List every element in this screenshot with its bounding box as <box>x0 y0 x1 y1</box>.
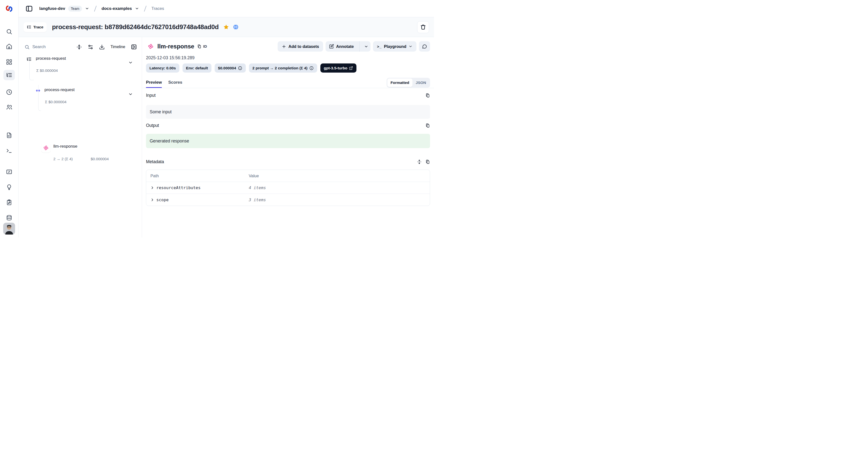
observation-badges: Latency: 0.00s Env: default $0.000004 2 … <box>146 63 430 72</box>
nav-search-button[interactable] <box>3 26 15 37</box>
metadata-row-resourceAttributes[interactable]: resourceAttributes 4 items <box>146 182 430 194</box>
tab-scores[interactable]: Scores <box>168 77 182 88</box>
cost-badge[interactable]: $0.000004 <box>215 63 246 72</box>
search-icon <box>25 44 30 50</box>
user-avatar[interactable] <box>3 223 15 234</box>
left-nav-rail <box>0 0 19 238</box>
list-tree-icon <box>6 72 12 78</box>
metadata-key: resourceAttributes <box>156 185 200 190</box>
dashboard-grid-icon <box>6 59 12 65</box>
expand-metadata-button[interactable] <box>417 159 422 164</box>
external-link-icon <box>349 66 353 70</box>
fold-vertical-icon[interactable] <box>76 44 82 50</box>
tree-panel-toolbar: Timeline <box>19 41 142 52</box>
copy-output-button[interactable] <box>425 123 430 128</box>
tree-search-input[interactable] <box>32 44 60 50</box>
metadata-table-header: Path Value <box>146 170 430 182</box>
nav-sessions-button[interactable] <box>3 87 15 97</box>
nav-datasets-button[interactable] <box>3 213 15 223</box>
top-bar: langfuse-dev Team docs-examples Traces <box>19 0 434 17</box>
download-icon[interactable] <box>99 44 105 50</box>
sidebar-toggle-icon[interactable] <box>26 5 33 12</box>
generation-sparkle-icon <box>148 43 154 50</box>
chevron-down-icon[interactable] <box>135 6 139 11</box>
annotate-dropdown-button[interactable] <box>362 41 371 52</box>
langfuse-app: langfuse-dev Team docs-examples Traces T… <box>0 0 434 238</box>
nav-dashboards-button[interactable] <box>3 57 15 67</box>
nav-insights-button[interactable] <box>3 182 15 192</box>
copy-metadata-button[interactable] <box>425 159 430 164</box>
public-globe-icon[interactable] <box>233 24 239 30</box>
nav-home-button[interactable] <box>3 41 15 52</box>
observation-title: llm-response <box>157 43 194 50</box>
token-usage-badge[interactable]: 2 prompt → 2 completion (Σ 4) <box>249 63 317 72</box>
metadata-row-scope[interactable]: scope 3 items <box>146 194 430 205</box>
unfold-vertical-icon <box>417 159 422 164</box>
metadata-value: 3 items <box>249 197 266 202</box>
latency-badge: Latency: 0.00s <box>146 63 179 72</box>
display-settings-icon[interactable] <box>88 44 93 50</box>
format-toggle: Formatted JSON <box>386 78 430 88</box>
nav-users-button[interactable] <box>3 102 15 112</box>
metadata-table: Path Value resourceAttributes 4 items sc… <box>146 169 430 206</box>
timeline-toggle[interactable]: Timeline <box>111 45 125 49</box>
copy-icon <box>425 159 430 164</box>
bookmark-star-icon[interactable] <box>223 24 229 30</box>
panel-collapse-icon[interactable] <box>131 44 137 50</box>
comments-button[interactable] <box>419 41 430 52</box>
metadata-section-header: Metadata <box>146 158 430 165</box>
chevron-down-icon <box>364 44 368 49</box>
add-to-datasets-label: Add to datasets <box>288 44 319 49</box>
nav-annotation-button[interactable] <box>3 197 15 208</box>
copy-icon <box>425 123 430 128</box>
nav-playground-button[interactable] <box>3 146 15 156</box>
database-icon <box>6 215 12 221</box>
trace-tree-panel: Timeline process-request Σ $0.000004 <box>19 37 142 238</box>
comment-bubble-icon <box>422 44 427 49</box>
breadcrumb-traces-link[interactable]: Traces <box>151 6 164 11</box>
clipboard-pen-icon <box>6 199 12 205</box>
playground-label: Playground <box>384 44 406 49</box>
observation-tree: process-request Σ $0.000004 process-requ… <box>19 58 142 82</box>
annotate-button[interactable]: Annotate <box>326 41 358 52</box>
copy-id-chip[interactable]: ID <box>197 44 207 49</box>
model-badge[interactable]: gpt-3.5-turbo <box>320 63 357 72</box>
observation-actions: Add to datasets Annotate >_ Playground <box>278 41 430 52</box>
org-type-badge: Team <box>68 6 82 11</box>
annotate-pen-icon <box>329 44 334 49</box>
list-tree-icon <box>27 25 31 29</box>
trace-badge-label: Trace <box>33 25 43 29</box>
id-chip-label: ID <box>203 44 207 49</box>
chevron-down-icon[interactable] <box>85 6 89 11</box>
info-icon <box>238 66 242 70</box>
tab-preview[interactable]: Preview <box>146 77 162 88</box>
nav-evaluation-button[interactable] <box>3 167 15 177</box>
home-icon <box>6 43 12 50</box>
delete-trace-button[interactable] <box>417 21 429 33</box>
copy-input-button[interactable] <box>425 93 430 98</box>
breadcrumb-slash-icon <box>94 5 97 12</box>
format-toggle-formatted[interactable]: Formatted <box>387 78 412 87</box>
chevron-right-icon[interactable] <box>150 198 154 202</box>
add-to-datasets-button[interactable]: Add to datasets <box>278 41 323 52</box>
playground-button[interactable]: >_ Playground <box>373 41 416 52</box>
nav-tracing-button[interactable] <box>3 70 15 80</box>
tree-item-cost: $0.000004 <box>91 157 109 161</box>
tree-item-metrics: Σ $0.000004 <box>36 68 58 73</box>
chevron-down-icon[interactable] <box>128 92 133 97</box>
info-icon <box>309 66 314 70</box>
nav-prompts-button[interactable] <box>3 130 15 140</box>
lightbulb-icon <box>6 184 12 190</box>
list-tree-icon <box>26 57 32 62</box>
breadcrumb-project[interactable]: docs-examples <box>101 6 132 11</box>
chevron-right-icon[interactable] <box>150 186 154 190</box>
users-icon <box>6 104 12 110</box>
search-icon <box>6 28 12 35</box>
langfuse-logo-icon[interactable] <box>5 4 13 13</box>
breadcrumb-org[interactable]: langfuse-dev <box>39 6 65 11</box>
generation-tile <box>41 143 51 153</box>
output-label: Output <box>146 123 159 128</box>
chevron-down-icon[interactable] <box>128 60 133 65</box>
tree-search[interactable] <box>25 44 62 50</box>
format-toggle-json[interactable]: JSON <box>412 78 429 87</box>
